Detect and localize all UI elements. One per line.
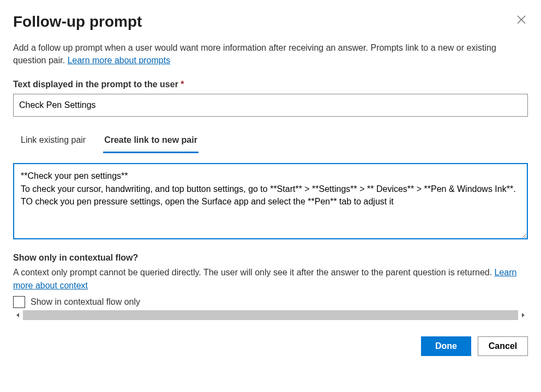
answer-textarea[interactable] [13,163,528,239]
close-icon [517,15,526,24]
follow-up-prompt-dialog: Follow-up prompt Add a follow up prompt … [0,0,541,367]
required-asterisk: * [181,80,184,89]
contextual-description: A context only prompt cannot be queried … [13,266,528,291]
svg-marker-1 [522,313,525,317]
contextual-checkbox-row: Show in contextual flow only [13,296,528,308]
learn-more-prompts-link[interactable]: Learn more about prompts [68,56,171,65]
contextual-heading: Show only in contextual flow? [13,253,528,263]
horizontal-scrollbar[interactable] [13,310,528,320]
contextual-checkbox[interactable] [13,296,25,308]
contextual-checkbox-label: Show in contextual flow only [31,297,140,307]
triangle-right-icon [521,313,525,317]
dialog-header: Follow-up prompt [13,13,528,31]
scroll-track[interactable] [23,310,518,320]
tab-link-existing[interactable]: Link existing pair [20,131,87,153]
display-text-label: Text displayed in the prompt to the user… [13,80,528,89]
dialog-title: Follow-up prompt [13,13,142,31]
svg-marker-0 [16,313,19,317]
pair-tabs: Link existing pair Create link to new pa… [13,131,528,153]
scroll-left-arrow[interactable] [13,310,23,320]
scroll-right-arrow[interactable] [518,310,528,320]
triangle-left-icon [16,313,20,317]
intro-text: Add a follow up prompt when a user would… [13,41,528,67]
display-text-input[interactable] [13,94,528,117]
tab-create-new[interactable]: Create link to new pair [103,131,199,153]
done-button[interactable]: Done [421,336,471,356]
close-button[interactable] [515,13,528,26]
contextual-desc-text: A context only prompt cannot be queried … [13,268,495,277]
display-text-label-text: Text displayed in the prompt to the user [13,80,178,89]
dialog-footer: Done Cancel [13,336,528,356]
cancel-button[interactable]: Cancel [478,336,528,356]
